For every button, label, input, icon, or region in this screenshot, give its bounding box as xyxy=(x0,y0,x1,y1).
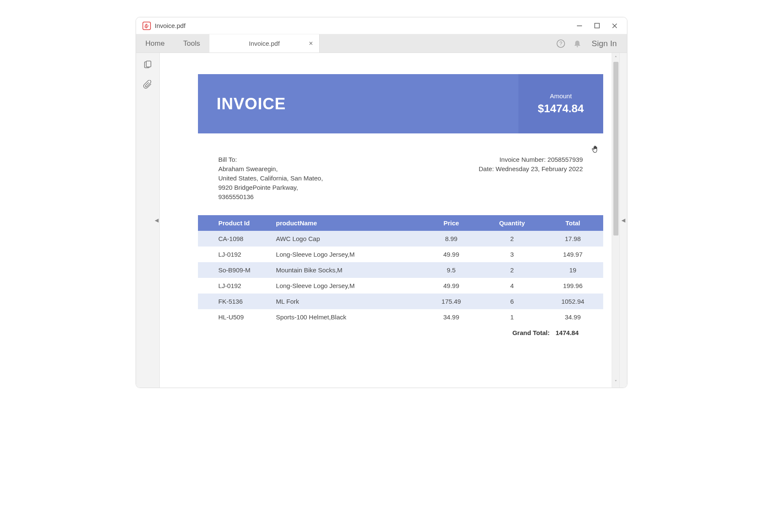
col-product-name: productName xyxy=(271,215,421,231)
grand-total-value: 1474.84 xyxy=(556,329,579,336)
window-controls xyxy=(576,23,624,29)
invoice-date: Date: Wednesday 23, February 2022 xyxy=(479,165,583,172)
cell-product-name: Mountain Bike Socks,M xyxy=(271,262,421,278)
tab-close-icon[interactable]: ✕ xyxy=(309,40,313,47)
cell-product-name: ML Fork xyxy=(271,294,421,309)
bill-to-label: Bill To: xyxy=(218,156,323,163)
cell-quantity: 1 xyxy=(482,309,542,325)
cell-quantity: 3 xyxy=(482,247,542,262)
window-title: Invoice.pdf xyxy=(155,22,186,29)
nav-home[interactable]: Home xyxy=(136,34,174,53)
help-icon[interactable]: ? xyxy=(556,39,565,48)
cell-price: 49.99 xyxy=(421,247,482,262)
tab-active[interactable]: Invoice.pdf ✕ xyxy=(209,34,320,53)
amount-value: $1474.84 xyxy=(538,102,584,115)
table-header-row: Product Id productName Price Quantity To… xyxy=(198,215,603,231)
sign-in-link[interactable]: Sign In xyxy=(589,39,619,48)
right-rail: ◀ xyxy=(619,53,627,388)
table-row: HL-U509Sports-100 Helmet,Black34.99134.9… xyxy=(198,309,603,325)
titlebar: Invoice.pdf xyxy=(136,17,627,34)
grand-total-label: Grand Total: xyxy=(512,329,550,336)
scroll-down-icon[interactable]: ˅ xyxy=(615,380,617,385)
cell-total: 1052.94 xyxy=(543,294,603,309)
tab-label: Invoice.pdf xyxy=(249,40,280,47)
document-viewer[interactable]: INVOICE Amount $1474.84 Bill To: Abraham… xyxy=(160,53,612,388)
cell-product-id: So-B909-M xyxy=(198,262,271,278)
amount-label: Amount xyxy=(550,92,572,100)
pdf-app-icon xyxy=(142,21,151,30)
bill-to-addr1: United States, California, San Mateo, xyxy=(218,175,323,182)
cell-quantity: 6 xyxy=(482,294,542,309)
bell-icon[interactable] xyxy=(573,39,582,48)
bill-to-block: Bill To: Abraham Swearegin, United State… xyxy=(218,154,323,202)
table-row: CA-1098AWC Logo Cap8.99217.98 xyxy=(198,231,603,247)
cell-product-name: Long-Sleeve Logo Jersey,M xyxy=(271,247,421,262)
app-window: Invoice.pdf Home Tools Invoice.pdf ✕ ? xyxy=(136,17,627,388)
grand-total-row: Grand Total: 1474.84 xyxy=(198,325,603,336)
cell-price: 9.5 xyxy=(421,262,482,278)
invoice-banner: INVOICE Amount $1474.84 xyxy=(198,74,603,133)
invoice-number: Invoice Number: 2058557939 xyxy=(479,156,583,163)
col-product-id: Product Id xyxy=(198,215,271,231)
cell-quantity: 2 xyxy=(482,231,542,247)
cell-total: 17.98 xyxy=(543,231,603,247)
table-row: So-B909-MMountain Bike Socks,M9.5219 xyxy=(198,262,603,278)
cell-quantity: 2 xyxy=(482,262,542,278)
bill-to-addr2: 9920 BridgePointe Parkway, xyxy=(218,184,323,191)
svg-rect-2 xyxy=(595,23,599,28)
svg-rect-9 xyxy=(146,61,151,67)
table-row: LJ-0192Long-Sleeve Logo Jersey,M49.99314… xyxy=(198,247,603,262)
invoice-amount-box: Amount $1474.84 xyxy=(518,74,603,133)
cell-product-name: Sports-100 Helmet,Black xyxy=(271,309,421,325)
cell-price: 175.49 xyxy=(421,294,482,309)
cell-price: 8.99 xyxy=(421,231,482,247)
viewer-body: ◀ INVOICE Amount $1474.84 Bill To: xyxy=(136,53,627,388)
cell-total: 34.99 xyxy=(543,309,603,325)
cell-product-name: AWC Logo Cap xyxy=(271,231,421,247)
col-quantity: Quantity xyxy=(482,215,542,231)
scroll-up-icon[interactable]: ˄ xyxy=(615,55,617,61)
expand-right-icon[interactable]: ◀ xyxy=(621,217,625,223)
maximize-button[interactable] xyxy=(594,23,600,29)
thumbnails-icon[interactable] xyxy=(143,61,153,70)
invoice-heading: INVOICE xyxy=(198,74,518,133)
table-row: FK-5136ML Fork175.4961052.94 xyxy=(198,294,603,309)
scrollbar-thumb[interactable] xyxy=(613,62,618,236)
cell-product-id: LJ-0192 xyxy=(198,278,271,294)
cell-price: 34.99 xyxy=(421,309,482,325)
vertical-scrollbar[interactable]: ˄ ˅ xyxy=(612,53,619,388)
bill-to-name: Abraham Swearegin, xyxy=(218,165,323,172)
svg-text:?: ? xyxy=(560,41,563,47)
bill-to-phone: 9365550136 xyxy=(218,193,323,200)
expand-left-icon[interactable]: ◀ xyxy=(155,217,159,223)
cell-price: 49.99 xyxy=(421,278,482,294)
nav-tools[interactable]: Tools xyxy=(174,34,209,53)
cell-product-name: Long-Sleeve Logo Jersey,M xyxy=(271,278,421,294)
cell-product-id: HL-U509 xyxy=(198,309,271,325)
close-button[interactable] xyxy=(612,23,618,29)
tabbar: Home Tools Invoice.pdf ✕ ? Sign In xyxy=(136,34,627,53)
invoice-info-block: Invoice Number: 2058557939 Date: Wednesd… xyxy=(479,154,583,202)
cell-product-id: CA-1098 xyxy=(198,231,271,247)
col-price: Price xyxy=(421,215,482,231)
cell-total: 149.97 xyxy=(543,247,603,262)
hand-cursor-icon xyxy=(590,144,601,155)
col-total: Total xyxy=(543,215,603,231)
table-row: LJ-0192Long-Sleeve Logo Jersey,M49.99419… xyxy=(198,278,603,294)
invoice-meta: Bill To: Abraham Swearegin, United State… xyxy=(198,133,603,215)
cell-product-id: LJ-0192 xyxy=(198,247,271,262)
svg-point-7 xyxy=(576,46,578,47)
left-rail: ◀ xyxy=(136,53,160,388)
cell-product-id: FK-5136 xyxy=(198,294,271,309)
cell-quantity: 4 xyxy=(482,278,542,294)
cell-total: 199.96 xyxy=(543,278,603,294)
cell-total: 19 xyxy=(543,262,603,278)
line-items-table: Product Id productName Price Quantity To… xyxy=(198,215,603,325)
pdf-page: INVOICE Amount $1474.84 Bill To: Abraham… xyxy=(198,74,603,336)
minimize-button[interactable] xyxy=(576,23,582,29)
attachment-icon[interactable] xyxy=(143,80,153,89)
